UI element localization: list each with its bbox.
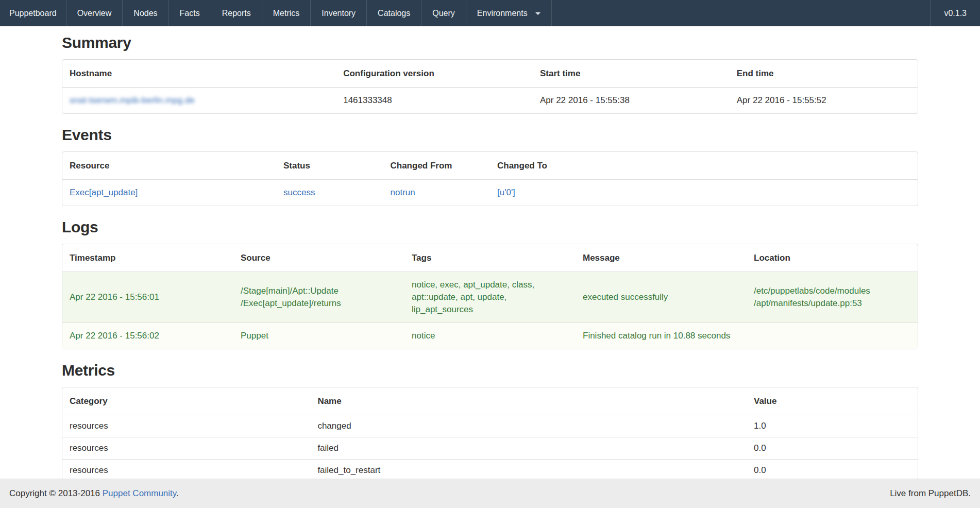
- log-source: /Stage[main]/Apt::Update /Exec[apt_updat…: [233, 272, 404, 323]
- nav-item-overview[interactable]: Overview: [66, 0, 123, 26]
- nav-item-inventory[interactable]: Inventory: [311, 0, 367, 26]
- events-table: Resource Status Changed From Changed To …: [62, 152, 918, 206]
- events-section: Events Resource Status Changed From Chan…: [62, 126, 918, 206]
- puppet-community-link[interactable]: Puppet Community: [103, 488, 176, 498]
- summary-section: Summary Hostname Configuration version S…: [62, 34, 918, 114]
- logs-col-location: Location: [747, 244, 918, 272]
- log-message: Finished catalog run in 10.88 seconds: [576, 323, 747, 349]
- logs-table-wrap: Timestamp Source Tags Message Location A…: [62, 244, 918, 349]
- events-heading: Events: [62, 126, 918, 144]
- version-label: v0.1.3: [930, 0, 980, 26]
- nav-item-query[interactable]: Query: [421, 0, 466, 26]
- metrics-table: Category Name Value resources changed 1.…: [62, 387, 918, 481]
- nav-item-reports[interactable]: Reports: [211, 0, 262, 26]
- logs-section: Logs Timestamp Source Tags Message Locat…: [62, 218, 918, 349]
- summary-heading: Summary: [62, 34, 918, 52]
- nav-item-nodes[interactable]: Nodes: [123, 0, 168, 26]
- metric-category: resources: [62, 460, 310, 482]
- copyright-suffix: .: [176, 488, 179, 498]
- table-row: Apr 22 2016 - 15:56:01 /Stage[main]/Apt:…: [62, 272, 918, 323]
- brand-puppetboard[interactable]: Puppetboard: [0, 0, 66, 26]
- logs-col-message: Message: [576, 244, 747, 272]
- events-table-wrap: Resource Status Changed From Changed To …: [62, 151, 918, 206]
- environments-dropdown-label: Environments: [477, 9, 528, 18]
- metrics-heading: Metrics: [62, 362, 918, 379]
- logs-table: Timestamp Source Tags Message Location A…: [62, 244, 918, 349]
- summary-table-wrap: Hostname Configuration version Start tim…: [62, 59, 918, 114]
- log-source: Puppet: [233, 323, 404, 349]
- table-row: Apr 22 2016 - 15:56:02 Puppet notice Fin…: [62, 323, 918, 349]
- config-version-value: 1461333348: [336, 88, 533, 114]
- metric-name: changed: [310, 415, 747, 437]
- nav-item-facts[interactable]: Facts: [169, 0, 211, 26]
- metric-value: 0.0: [747, 460, 918, 482]
- table-row: resources failed_to_restart 0.0: [62, 460, 918, 482]
- logs-heading: Logs: [62, 218, 918, 236]
- event-status-link[interactable]: success: [283, 188, 315, 197]
- caret-down-icon: [535, 12, 540, 15]
- table-row: snat-tserwm.mpib-berlin.mpg.de 146133334…: [62, 88, 918, 114]
- table-row: resources failed 0.0: [62, 437, 918, 460]
- end-time-value: Apr 22 2016 - 15:55:52: [730, 88, 918, 114]
- event-changed-from-link[interactable]: notrun: [391, 188, 415, 197]
- log-tags: notice, exec, apt_update, class, apt::up…: [404, 272, 576, 323]
- logs-col-timestamp: Timestamp: [62, 244, 233, 272]
- navbar-right: v0.1.3: [930, 0, 980, 26]
- main-content: Summary Hostname Configuration version S…: [62, 34, 918, 482]
- metrics-col-name: Name: [310, 387, 747, 415]
- summary-col-start-time: Start time: [533, 60, 730, 88]
- nav-item-catalogs[interactable]: Catalogs: [367, 0, 421, 26]
- page-footer: Copyright © 2013-2016 Puppet Community. …: [0, 479, 980, 508]
- puppetdb-status-text: Live from PuppetDB.: [890, 488, 971, 499]
- log-timestamp: Apr 22 2016 - 15:56:02: [62, 323, 233, 349]
- metric-category: resources: [62, 415, 310, 437]
- hostname-link[interactable]: snat-tserwm.mpib-berlin.mpg.de: [70, 95, 195, 105]
- log-location: /etc/puppetlabs/code/modules /apt/manife…: [747, 272, 918, 323]
- metrics-table-wrap: Category Name Value resources changed 1.…: [62, 387, 918, 482]
- start-time-value: Apr 22 2016 - 15:55:38: [533, 88, 730, 114]
- table-row: Exec[apt_update] success notrun [u'0']: [62, 180, 918, 206]
- table-row: resources changed 1.0: [62, 415, 918, 437]
- top-navbar: Puppetboard Overview Nodes Facts Reports…: [0, 0, 980, 26]
- event-resource-link[interactable]: Exec[apt_update]: [70, 188, 138, 197]
- copyright-prefix: Copyright © 2013-2016: [9, 488, 103, 498]
- summary-col-end-time: End time: [730, 60, 918, 88]
- summary-table: Hostname Configuration version Start tim…: [62, 60, 918, 113]
- event-changed-to-link[interactable]: [u'0']: [497, 188, 515, 197]
- nav-item-metrics[interactable]: Metrics: [262, 0, 311, 26]
- events-col-changed-from: Changed From: [383, 152, 491, 180]
- environments-dropdown[interactable]: Environments: [466, 0, 552, 26]
- metric-name: failed_to_restart: [310, 460, 747, 482]
- events-col-changed-to: Changed To: [490, 152, 918, 180]
- summary-col-hostname: Hostname: [62, 60, 336, 88]
- metric-name: failed: [310, 437, 747, 460]
- log-tags: notice: [404, 323, 576, 349]
- metric-category: resources: [62, 437, 310, 460]
- events-col-resource: Resource: [62, 152, 276, 180]
- logs-col-source: Source: [233, 244, 404, 272]
- log-location: [747, 323, 918, 349]
- metrics-col-value: Value: [747, 387, 918, 415]
- metric-value: 0.0: [747, 437, 918, 460]
- events-col-status: Status: [276, 152, 383, 180]
- summary-col-config-version: Configuration version: [336, 60, 533, 88]
- metrics-col-category: Category: [62, 387, 310, 415]
- logs-col-tags: Tags: [404, 244, 576, 272]
- metric-value: 1.0: [747, 415, 918, 437]
- log-message: executed successfully: [576, 272, 747, 323]
- copyright-text: Copyright © 2013-2016 Puppet Community.: [9, 488, 179, 499]
- metrics-section: Metrics Category Name Value resources ch…: [62, 362, 918, 482]
- log-timestamp: Apr 22 2016 - 15:56:01: [62, 272, 233, 323]
